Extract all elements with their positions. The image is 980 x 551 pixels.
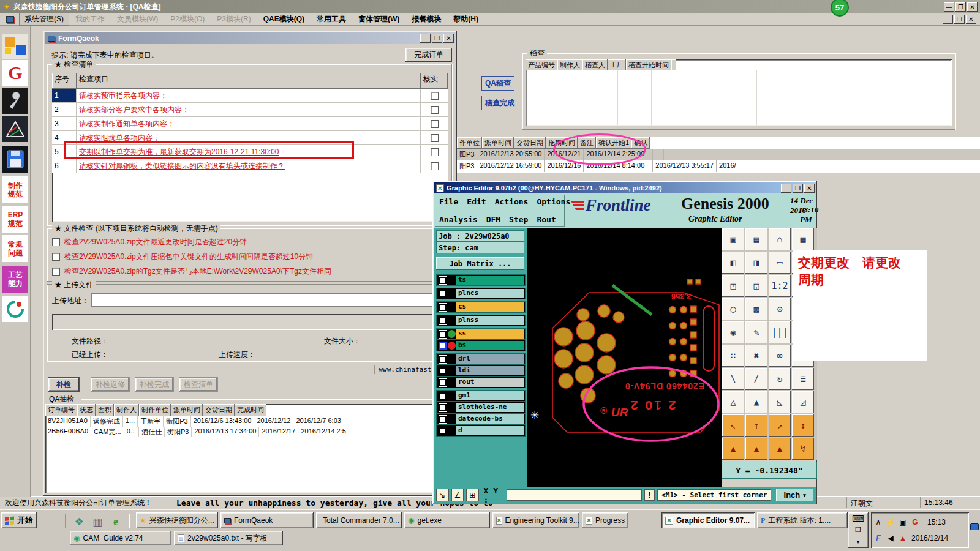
ge-tool-button[interactable]: ▲ — [745, 391, 767, 413]
qa-column-header[interactable]: 交货日期 — [203, 404, 235, 416]
ge-tool-button[interactable]: ⌂ — [769, 228, 791, 250]
qa-column-header[interactable]: 订单编号 — [45, 404, 77, 416]
ge-tool-button[interactable]: ◧ — [722, 252, 744, 274]
layer-name[interactable]: rout — [456, 378, 524, 387]
inspect-column-header[interactable]: 工厂 — [608, 59, 626, 70]
layer-name[interactable]: slotholes-ne — [456, 403, 524, 412]
taskbar-button-formqaeok[interactable]: FormQaeok — [221, 512, 314, 528]
close-button[interactable]: ✕ — [967, 2, 978, 12]
layer-checkbox[interactable] — [439, 416, 447, 423]
ge-tool-button[interactable]: ∷ — [722, 345, 744, 367]
ge-tool-button[interactable]: ▲ — [745, 438, 767, 460]
ge-tool-button[interactable]: ||| — [769, 321, 791, 343]
layer-checkbox[interactable] — [439, 367, 447, 375]
layer-row[interactable]: ts — [436, 274, 526, 286]
ge-tool-button[interactable]: ↻ — [769, 368, 791, 390]
keyboard-layout-icon[interactable]: ⌨ — [853, 514, 863, 523]
taskbar-button-progress[interactable]: ✕Progress — [582, 512, 628, 528]
ge-canvas[interactable]: 3.356 E204460 DL94V-0 2 10 2 ® UR ✳ — [527, 228, 722, 487]
ge-menu-item[interactable]: Analysis — [439, 215, 478, 224]
menu-item[interactable]: 窗体管理(W) — [352, 13, 405, 25]
ge-tool-button[interactable]: ▣ — [722, 228, 744, 250]
start-button[interactable]: 开始 — [1, 512, 37, 528]
sidebar-item-changgui-wenti[interactable]: 常规问题 — [2, 235, 28, 262]
qa-column-header[interactable]: 完成时间 — [235, 404, 266, 416]
chevron-down-icon[interactable]: ▾ — [853, 537, 863, 547]
orders-column-header[interactable]: 作单位 — [457, 137, 482, 149]
ge-menu-item[interactable]: Options — [537, 197, 570, 206]
qa-column-header[interactable]: 状态 — [77, 404, 96, 416]
quicklaunch-msn-icon[interactable]: ❖ — [72, 515, 86, 528]
checklist-item-link[interactable]: 请核实制作通知单各项内容； — [79, 119, 175, 129]
ge-tool-button[interactable]: ✎ — [745, 321, 767, 343]
power-plug-icon[interactable]: ⚡ — [886, 517, 895, 527]
layer-row[interactable]: plncs — [436, 288, 526, 299]
layer-name[interactable]: ss — [456, 329, 524, 339]
layer-row[interactable]: gm1 — [436, 390, 526, 402]
ge-tool-button[interactable]: ≣ — [792, 368, 814, 390]
recheck-button[interactable]: 补检 — [48, 377, 80, 392]
ge-tool-button[interactable]: ◯ — [722, 298, 744, 320]
file-check-checkbox[interactable] — [52, 253, 60, 261]
layer-row[interactable]: drl — [436, 353, 526, 365]
ge-menu-item[interactable]: File — [439, 197, 458, 206]
ge-tool-button[interactable]: ◉ — [722, 321, 744, 343]
layer-name[interactable]: gm1 — [456, 391, 524, 400]
ge-tool-button[interactable]: ▭ — [769, 252, 791, 274]
ge-grid-tool[interactable]: ⊞ — [466, 489, 479, 501]
network-icon[interactable]: ▣ — [898, 517, 908, 527]
layer-row[interactable]: bs — [436, 340, 526, 351]
inspect-done-button[interactable]: 稽查完成 — [481, 96, 518, 110]
check-list-button[interactable]: 检查清单 — [179, 377, 218, 392]
ge-tool-button[interactable]: ◱ — [745, 275, 767, 297]
verify-checkbox[interactable] — [431, 134, 439, 142]
window-stack-icon[interactable]: ❐ — [853, 525, 863, 535]
taskbar-button-engineering-toolkit[interactable]: ✕Engineering Toolkit 9.... — [492, 512, 579, 528]
layer-checkbox[interactable] — [439, 331, 447, 338]
layer-checkbox[interactable] — [439, 404, 447, 411]
verify-checkbox[interactable] — [431, 162, 439, 170]
layer-name[interactable]: cs — [456, 302, 524, 312]
recheck-return-button[interactable]: 补检返修 — [91, 377, 130, 392]
ge-tool-button[interactable]: ▲ — [722, 438, 744, 460]
orders-row[interactable]: 阳P32016/12/12 16:59:002016/12/162016/12/… — [457, 160, 980, 172]
ge-menu-item[interactable]: Edit — [467, 197, 486, 206]
file-check-checkbox[interactable] — [52, 238, 60, 246]
layer-checkbox[interactable] — [439, 317, 447, 324]
layer-checkbox[interactable] — [439, 290, 447, 298]
ge-tool-button[interactable]: ⊙ — [769, 298, 791, 320]
inspect-column-header[interactable]: 稽查开始时间 — [626, 59, 671, 70]
ge-tool-button[interactable]: ▩ — [745, 298, 767, 320]
layer-checkbox[interactable] — [439, 427, 447, 435]
ge-tool-button[interactable]: ✖ — [745, 345, 767, 367]
checklist-col-verify[interactable]: 核实 — [421, 73, 448, 89]
qa-row[interactable]: 2B56E00BA0CAM完...0...酒佳佳衡阳P32016/12/13 1… — [45, 427, 454, 437]
ge-xy-input[interactable] — [507, 489, 643, 501]
menu-item[interactable]: 系统管理(S) — [19, 13, 69, 26]
checklist-item-link[interactable]: 请核实部分客户要求中各项内容； — [79, 105, 189, 115]
qa-inspect-button[interactable]: QA稽查 — [481, 76, 514, 91]
sidebar-item-zhizuo-guifan[interactable]: 制作规范 — [2, 176, 28, 203]
form-maximize-button[interactable]: ❐ — [432, 34, 442, 43]
layer-row[interactable]: d — [436, 425, 526, 437]
file-check-checkbox[interactable] — [52, 268, 60, 276]
layer-checkbox[interactable] — [439, 392, 447, 400]
menu-item[interactable]: 我的工作 — [69, 13, 111, 25]
ge-tool-button[interactable]: ◺ — [769, 391, 791, 413]
checklist-row[interactable]: 6 请核实针对厚铜板，类似链接图示的内容没有填头或连接制作？ — [52, 159, 448, 173]
layer-name[interactable]: d — [456, 426, 524, 435]
taskbar-button-get-exe[interactable]: ◉get.exe — [404, 512, 490, 528]
tiles-icon[interactable] — [2, 34, 28, 59]
taskbar-button-cam-guide[interactable]: ◉CAM_Guide v2.74 — [70, 531, 172, 545]
maximize-button[interactable]: ❐ — [956, 2, 966, 12]
verify-checkbox[interactable] — [431, 106, 439, 114]
menu-item[interactable]: 常用工具 — [311, 13, 352, 25]
qa-column-header[interactable]: 制作人 — [114, 404, 139, 416]
layer-name[interactable]: datecode-bs — [456, 414, 524, 424]
orders-column-header[interactable]: 派单时间 — [482, 137, 514, 149]
ge-tool-button[interactable]: ↗ — [769, 414, 791, 437]
sidebar-item-erp-guifan[interactable]: ERP规范 — [2, 206, 28, 233]
speaker-icon[interactable]: ◀ — [886, 533, 895, 543]
ge-tool-button[interactable]: ▲ — [769, 438, 791, 460]
menu-item[interactable]: P2模块(O) — [164, 13, 211, 25]
